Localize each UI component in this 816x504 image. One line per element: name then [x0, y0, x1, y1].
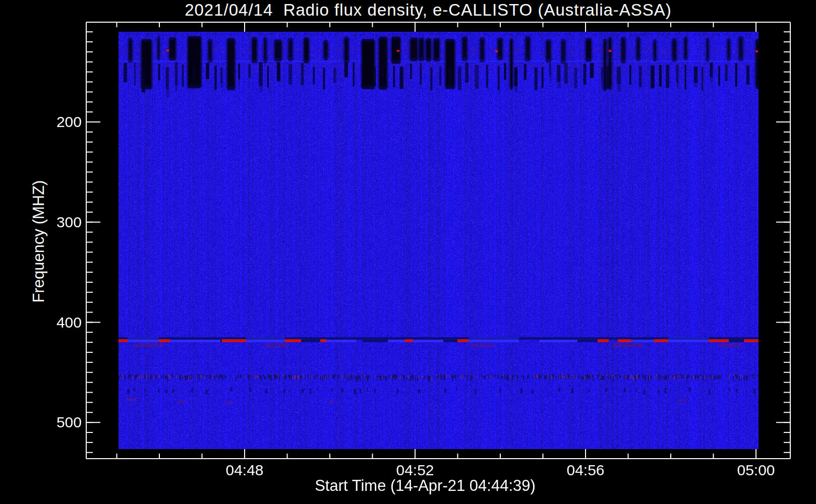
x-tick-label: 04:56 [545, 462, 626, 479]
x-tick-label: 04:52 [375, 462, 455, 479]
y-tick-label: 300 [46, 214, 82, 231]
x-tick-label: 05:00 [716, 462, 796, 479]
y-tick-label: 500 [46, 414, 82, 431]
spectrogram-screenshot: { "header": { "title": "2021/04/14 Radio… [0, 0, 816, 504]
y-tick-label: 400 [46, 314, 82, 331]
x-tick-label: 04:48 [204, 462, 285, 479]
y-tick-label: 200 [46, 113, 82, 131]
x-axis-title: Start Time (14-Apr-21 04:44:39) [315, 477, 536, 494]
axes-frame [0, 0, 816, 504]
